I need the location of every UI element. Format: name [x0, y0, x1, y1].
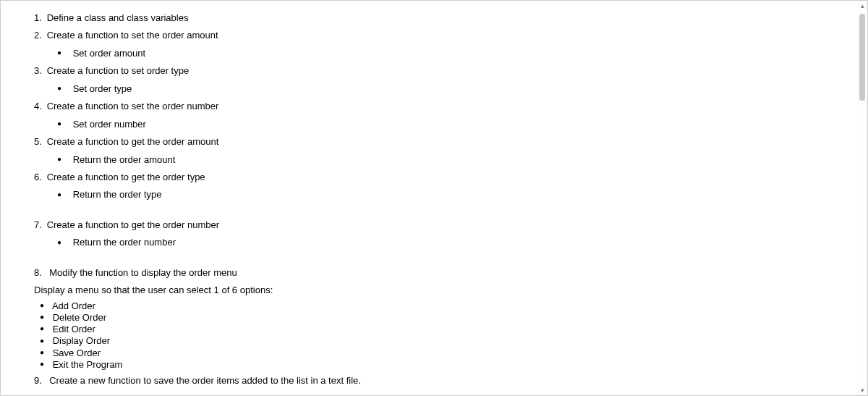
step-text: Create a function to get the order type: [47, 172, 205, 182]
bullet-icon: ●: [34, 301, 50, 311]
step-6-sub: ● Return the order type: [57, 187, 828, 202]
step-number: 8.: [34, 265, 44, 280]
scrollbar-thumb[interactable]: [859, 14, 865, 101]
step-7: 7. Create a function to get the order nu…: [34, 217, 828, 232]
bullet-icon: ●: [34, 348, 50, 358]
step-3: 3. Create a function to set order type: [34, 63, 828, 78]
step-text: Create a function to get the order numbe…: [47, 219, 219, 230]
menu-option: ● Delete Order: [34, 312, 828, 324]
step-text: Create a function to set the order numbe…: [47, 101, 219, 111]
bullet-icon: ●: [57, 237, 70, 249]
step-text: Modify the function to display the order…: [49, 267, 237, 278]
step-number: 10.: [34, 391, 47, 396]
sub-text: Set order number: [73, 119, 146, 130]
step-10: 10. Repeatedly execute the menu selectio…: [34, 391, 828, 396]
menu-option: ● Edit Order: [34, 324, 828, 335]
sub-text: Return the order type: [73, 189, 162, 200]
bullet-icon: ●: [34, 360, 50, 369]
bullet-icon: ●: [57, 118, 70, 130]
step-number: 2.: [34, 28, 44, 43]
step-9: 9. Create a new function to save the ord…: [34, 373, 828, 388]
step-number: 1.: [34, 10, 44, 25]
bullet-icon: ●: [34, 313, 50, 322]
bullet-icon: ●: [57, 189, 70, 201]
step-2-sub: ● Set order amount: [57, 46, 828, 61]
step-text: Create a function to set order type: [47, 65, 190, 76]
menu-option: ● Display Order: [34, 335, 828, 347]
bullet-icon: ●: [57, 83, 70, 95]
bullet-icon: ●: [34, 337, 50, 346]
bullet-icon: ●: [34, 324, 50, 334]
step-number: 5.: [34, 134, 44, 149]
step-text: Define a class and class variables: [47, 12, 189, 23]
sub-text: Return the order number: [73, 237, 176, 248]
menu-option-text: Add Order: [52, 300, 95, 311]
step-number: 4.: [34, 98, 44, 114]
step-5: 5. Create a function to get the order am…: [34, 134, 828, 149]
step-8-description: Display a menu so that the user can sele…: [34, 282, 828, 298]
step-number: 6.: [34, 169, 44, 185]
step-number: 7.: [34, 217, 44, 232]
menu-option-text: Exit the Program: [53, 359, 123, 370]
menu-options: ● Add Order ● Delete Order ● Edit Order …: [34, 300, 828, 371]
document-viewport: 1. Define a class and class variables 2.…: [0, 0, 868, 396]
bullet-icon: ●: [57, 153, 70, 166]
step-4-sub: ● Set order number: [57, 117, 828, 132]
step-number: 9.: [34, 373, 44, 388]
sub-text: Set order amount: [73, 48, 145, 59]
menu-option: ● Save Order: [34, 347, 828, 359]
step-7-sub: ● Return the order number: [57, 235, 828, 250]
step-text: Repeatedly execute the menu selections u…: [50, 393, 394, 396]
step-8: 8. Modify the function to display the or…: [34, 265, 828, 280]
menu-option-text: Delete Order: [53, 312, 106, 323]
vertical-scrollbar[interactable]: ▴ ▾: [857, 1, 867, 395]
step-text: Create a new function to save the order …: [49, 375, 361, 386]
step-text: Create a function to get the order amoun…: [47, 136, 219, 147]
scroll-down-arrow-icon[interactable]: ▾: [857, 385, 867, 395]
scroll-up-arrow-icon[interactable]: ▴: [857, 1, 867, 11]
menu-option: ● Exit the Program: [34, 359, 828, 371]
menu-option-text: Save Order: [53, 347, 101, 358]
menu-option: ● Add Order: [34, 300, 828, 312]
step-3-sub: ● Set order type: [57, 81, 828, 96]
step-6: 6. Create a function to get the order ty…: [34, 169, 828, 185]
step-1: 1. Define a class and class variables: [34, 10, 828, 25]
step-4: 4. Create a function to set the order nu…: [34, 98, 828, 114]
sub-text: Return the order amount: [73, 154, 176, 165]
step-number: 3.: [34, 63, 44, 78]
menu-option-text: Edit Order: [53, 324, 95, 334]
document-content: 1. Define a class and class variables 2.…: [1, 1, 857, 395]
step-5-sub: ● Return the order amount: [57, 152, 828, 167]
bullet-icon: ●: [57, 47, 70, 59]
menu-option-text: Display Order: [53, 335, 110, 346]
step-text: Create a function to set the order amoun…: [47, 30, 218, 41]
step-2: 2. Create a function to set the order am…: [34, 28, 828, 43]
sub-text: Set order type: [73, 83, 132, 94]
